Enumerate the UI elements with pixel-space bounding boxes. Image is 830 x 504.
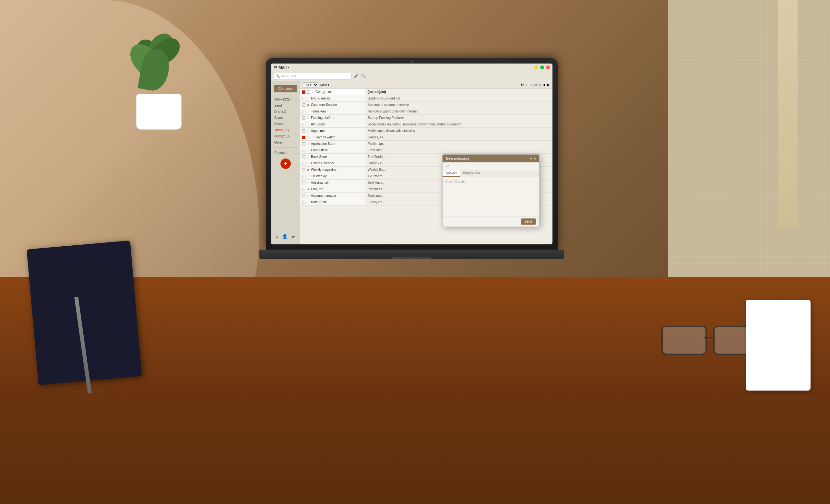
fab-button[interactable]: + [281, 159, 291, 169]
mic-icon[interactable]: 🎤 [354, 74, 359, 78]
email-subject-row[interactable]: (no subject) [365, 89, 552, 95]
email-checkbox[interactable] [302, 123, 306, 126]
email-checkbox[interactable] [302, 149, 306, 152]
star-icon[interactable]: ★ [291, 234, 295, 239]
star-toggle[interactable]: ☆ [307, 129, 310, 133]
email-row[interactable]: ☆ Online Calendar [300, 160, 365, 167]
sidebar-item-spam[interactable]: Spam [271, 115, 300, 121]
star-toggle[interactable]: ☆ [307, 174, 310, 178]
dropdown-arrow[interactable]: ▾ [288, 66, 290, 69]
email-checkbox[interactable] [302, 155, 306, 159]
email-row[interactable]: ☆ Apps, me [300, 128, 365, 134]
email-row[interactable]: ☆ Hotel Suite [300, 199, 365, 205]
contacts-icon[interactable]: 👤 [282, 234, 288, 239]
to-field[interactable]: To [443, 162, 539, 170]
refresh-icon[interactable]: ↻ [521, 82, 524, 87]
email-row[interactable]: ☆ Team Raw [300, 108, 365, 115]
email-checkbox[interactable] [307, 136, 310, 139]
email-row[interactable]: ★ Customer Service [300, 102, 365, 108]
email-row[interactable]: ☆ Funding platform [300, 115, 365, 121]
email-sender: Front Office [311, 148, 363, 152]
popup-minimize[interactable]: − [530, 157, 532, 161]
email-checkbox[interactable] [302, 116, 306, 120]
email-subject-row[interactable]: Remote support tools over Internet [365, 108, 552, 115]
prev-page[interactable]: ◀ [543, 83, 545, 87]
email-checkbox[interactable] [302, 162, 306, 165]
email-checkbox[interactable] [302, 168, 306, 171]
popup-close[interactable]: × [534, 157, 536, 161]
email-row[interactable]: ★ Ebill, me [300, 186, 365, 193]
sidebar-item-send[interactable]: Send [271, 102, 300, 109]
filter-select[interactable]: All ▾ [303, 82, 318, 88]
popup-body[interactable]: Quick Question [443, 177, 539, 216]
send-button[interactable]: Send [521, 219, 536, 225]
sidebar-item-contacts[interactable]: Contacts [271, 150, 300, 156]
email-row[interactable]: ☆ All, Social [300, 121, 365, 128]
star-toggle[interactable]: ☆ [307, 148, 310, 152]
sidebar-item-outbox[interactable]: Outbox (0) [271, 133, 300, 139]
email-checkbox[interactable] [302, 181, 306, 184]
star-toggle[interactable]: ☆ [307, 123, 310, 126]
star-toggle[interactable]: ☆ [307, 142, 310, 145]
sidebar-item-notes[interactable]: Notes [271, 121, 300, 127]
inbox-dropdown[interactable]: ▾ [290, 98, 291, 101]
email-subject-row[interactable]: Games, Fr... [365, 134, 552, 141]
email-checkbox[interactable] [302, 110, 306, 113]
email-row[interactable]: ☆ Info, client list [300, 95, 365, 102]
star-toggle[interactable]: ☆ [307, 194, 310, 197]
minimize-button[interactable] [534, 65, 538, 69]
email-row[interactable]: ☆ George, me [300, 89, 365, 95]
email-subject-row[interactable]: Automated customer service [365, 102, 552, 108]
star-toggle[interactable]: ★ [307, 103, 310, 107]
email-row[interactable]: ☆ Games watch [300, 134, 365, 141]
sidebar-item-trash[interactable]: Trash (21) [271, 127, 300, 133]
star-toggle[interactable]: ☆ [307, 97, 310, 100]
star-toggle[interactable]: ★ [307, 168, 310, 171]
email-checkbox[interactable] [302, 194, 306, 197]
email-row[interactable]: ☆ Application Store [300, 141, 365, 147]
next-page[interactable]: ▶ [547, 83, 550, 87]
tab-whats-new[interactable]: What's new [460, 170, 483, 177]
star-toggle[interactable]: ☆ [307, 109, 310, 113]
sidebar: Compose Inbox (22) ▾ Send Draft (1) [271, 81, 300, 244]
search-bar[interactable]: 🔍 Search mail [274, 73, 351, 79]
email-checkbox[interactable] [302, 129, 306, 133]
star-toggle[interactable]: ☆ [307, 161, 310, 165]
star-toggle[interactable]: ☆ [311, 135, 314, 139]
sidebar-item-more[interactable]: More ▾ [271, 139, 300, 145]
email-row[interactable]: ☆ TV Weekly [300, 173, 365, 179]
search-icon-2[interactable]: 🔍 [361, 74, 366, 78]
email-subject-row[interactable]: Social media marketing, research, transf… [365, 121, 552, 128]
email-row[interactable]: ☆ Account manager [300, 193, 365, 199]
star-toggle[interactable]: ☆ [307, 200, 310, 204]
star-toggle[interactable]: ☆ [307, 116, 310, 120]
settings-icon[interactable]: ≡ [276, 234, 278, 239]
email-checkbox[interactable] [307, 91, 310, 94]
email-checkbox[interactable] [302, 97, 306, 100]
email-subject-row[interactable]: Building your client list [365, 95, 552, 102]
email-subject-row[interactable]: Startup Funding Platform [365, 115, 552, 121]
email-checkbox[interactable] [302, 142, 306, 145]
email-row[interactable]: ☆ Book Store [300, 154, 365, 160]
close-button[interactable] [546, 65, 550, 69]
more-filter[interactable]: More ▾ [320, 83, 329, 87]
email-row[interactable]: ☆ Antivirus, all [300, 179, 365, 186]
email-checkbox[interactable] [302, 103, 306, 107]
star-toggle[interactable]: ☆ [307, 181, 310, 184]
compose-button[interactable]: Compose [274, 85, 297, 92]
star-toggle[interactable]: ☆ [307, 155, 310, 159]
email-subject-row[interactable]: Mobile apps downloads statistics [365, 128, 552, 134]
email-checkbox[interactable] [302, 188, 306, 191]
star-toggle[interactable]: ☆ [311, 90, 314, 94]
sidebar-item-inbox[interactable]: Inbox (22) ▾ [271, 96, 300, 102]
email-checkbox[interactable] [302, 175, 306, 178]
email-checkbox[interactable] [302, 201, 306, 204]
sidebar-item-draft[interactable]: Draft (1) [271, 109, 300, 115]
email-subject-row[interactable]: Publish an... [365, 141, 552, 147]
email-row[interactable]: ★ Weekly magazine [300, 167, 365, 173]
maximize-button[interactable] [540, 65, 544, 69]
email-row[interactable]: ☆ Front Office [300, 147, 365, 154]
star-toggle[interactable]: ★ [307, 187, 310, 191]
tab-subject[interactable]: Subject [443, 170, 460, 177]
email-subject-row[interactable]: Front offic... [365, 147, 552, 154]
